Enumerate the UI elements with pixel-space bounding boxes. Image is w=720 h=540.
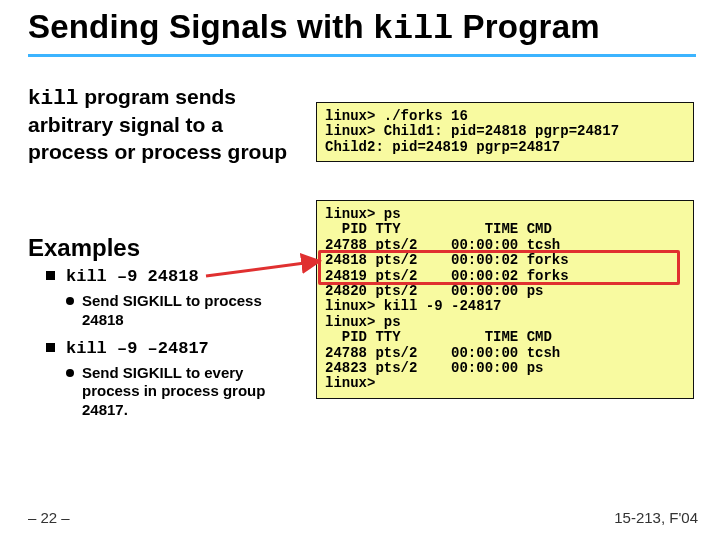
slide: Sending Signals with kill Program kill p… [0, 0, 720, 540]
bullet-subtext: Send SIGKILL to every process in process… [82, 364, 265, 419]
slide-title: Sending Signals with kill Program [28, 8, 700, 48]
bullet-command: kill –9 24818 [66, 267, 199, 286]
title-post: Program [453, 8, 599, 45]
intro-code: kill [28, 87, 78, 110]
intro-paragraph: kill program sends arbitrary signal to a… [28, 84, 308, 165]
title-rule [28, 54, 696, 57]
examples-heading: Examples [28, 234, 140, 262]
page-number: – 22 – [28, 509, 70, 526]
list-item: kill –9 –24817 [46, 338, 286, 358]
title-pre: Sending Signals with [28, 8, 373, 45]
square-bullet-icon [46, 271, 55, 280]
terminal-output-bottom: linux> ps PID TTY TIME CMD 24788 pts/2 0… [316, 200, 694, 399]
disc-bullet-icon [66, 369, 74, 377]
course-tag: 15-213, F'04 [614, 509, 698, 526]
list-sub-item: Send SIGKILL to every process in process… [46, 364, 286, 420]
svg-line-0 [206, 261, 320, 276]
square-bullet-icon [46, 343, 55, 352]
arrow-icon [200, 256, 370, 306]
terminal-output-top: linux> ./forks 16 linux> Child1: pid=248… [316, 102, 694, 162]
highlight-box [318, 250, 680, 285]
bullet-command: kill –9 –24817 [66, 339, 209, 358]
disc-bullet-icon [66, 297, 74, 305]
title-code: kill [373, 11, 453, 48]
